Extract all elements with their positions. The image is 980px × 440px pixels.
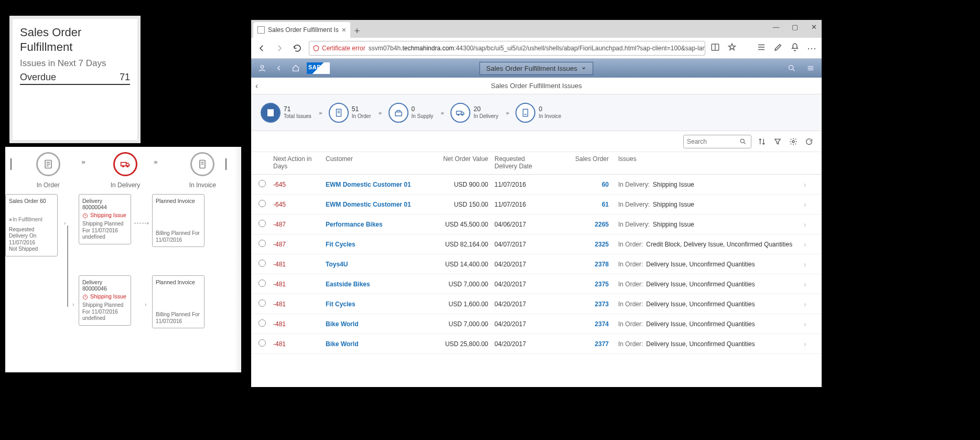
list-icon[interactable] bbox=[805, 62, 816, 74]
table-row[interactable]: -487Performance BikesUSD 45,500.0004/06/… bbox=[251, 214, 822, 234]
pf-in-delivery[interactable]: 20In Delivery bbox=[450, 103, 498, 123]
table-row[interactable]: -487Fit CyclesUSD 82,164.0004/07/2017232… bbox=[251, 234, 822, 254]
cell-date: 04/20/2017 bbox=[488, 281, 546, 288]
nav-refresh-button[interactable] bbox=[291, 42, 304, 55]
row-radio[interactable] bbox=[259, 240, 266, 247]
col-value[interactable]: Net Order Value bbox=[430, 155, 488, 170]
page-back-icon[interactable]: ‹ bbox=[255, 81, 258, 91]
row-radio[interactable] bbox=[259, 260, 266, 267]
row-radio[interactable] bbox=[259, 220, 266, 227]
row-nav-icon[interactable]: › bbox=[804, 180, 814, 189]
col-sales-order[interactable]: Sales Order bbox=[546, 155, 609, 170]
cell-customer[interactable]: Bike World bbox=[326, 320, 430, 328]
row-nav-icon[interactable]: › bbox=[804, 300, 814, 308]
cell-date: 04/20/2017 bbox=[488, 261, 546, 268]
cell-sales-order[interactable]: 2375 bbox=[546, 281, 609, 288]
lane-in-invoice[interactable]: In Invoice bbox=[175, 152, 231, 189]
url-text: ssvm07b4h.techmahindra.com:44300/sap/bc/… bbox=[369, 45, 705, 52]
col-date[interactable]: Requested Delivery Date bbox=[488, 155, 546, 170]
sort-icon[interactable] bbox=[757, 136, 767, 147]
favorite-icon[interactable] bbox=[727, 42, 737, 54]
table-row[interactable]: -645EWM Domestic Customer 01USD 150.0011… bbox=[251, 195, 822, 214]
settings-icon[interactable] bbox=[788, 136, 799, 147]
table-row[interactable]: -481Toys4UUSD 14,400.0004/20/20172378In … bbox=[251, 254, 822, 274]
new-tab-button[interactable]: + bbox=[350, 24, 364, 38]
col-issues[interactable]: Issues bbox=[609, 155, 804, 170]
tab-close-icon[interactable]: × bbox=[342, 26, 346, 34]
table-row[interactable]: -481Bike WorldUSD 25,800.0004/20/2017237… bbox=[251, 334, 822, 354]
lane-in-order[interactable]: In Order bbox=[20, 152, 76, 189]
table-row[interactable]: -481Fit CyclesUSD 1,600.0004/20/20172373… bbox=[251, 294, 822, 314]
window-close-icon[interactable]: ✕ bbox=[809, 23, 819, 31]
card-sales-order[interactable]: Sales Order 60 ›››In Fulfillment Request… bbox=[5, 194, 58, 256]
row-radio[interactable] bbox=[259, 319, 266, 327]
cell-customer[interactable]: Toys4U bbox=[326, 261, 430, 268]
cell-sales-order[interactable]: 2265 bbox=[546, 221, 609, 228]
kpi-tile[interactable]: Sales Order Fulfillment Issues in Next 7… bbox=[9, 16, 141, 143]
more-icon[interactable]: ⋯ bbox=[807, 42, 817, 54]
cell-sales-order[interactable]: 2378 bbox=[546, 261, 609, 268]
window-minimize-icon[interactable]: — bbox=[771, 23, 781, 31]
cell-customer[interactable]: Performance Bikes bbox=[326, 221, 430, 228]
row-radio[interactable] bbox=[259, 280, 266, 287]
window-maximize-icon[interactable]: ▢ bbox=[790, 23, 800, 31]
filter-icon[interactable] bbox=[772, 136, 783, 147]
cell-sales-order[interactable]: 61 bbox=[546, 201, 609, 208]
tile-subtitle: Issues in Next 7 Days bbox=[20, 58, 130, 69]
cell-customer[interactable]: Bike World bbox=[326, 340, 430, 348]
cell-sales-order[interactable]: 2374 bbox=[546, 320, 609, 328]
shell-back-icon[interactable] bbox=[273, 62, 285, 74]
search-icon[interactable] bbox=[786, 62, 798, 74]
row-nav-icon[interactable]: › bbox=[804, 320, 814, 328]
row-radio[interactable] bbox=[259, 200, 266, 207]
row-nav-icon[interactable]: › bbox=[804, 260, 814, 269]
cell-customer[interactable]: EWM Domestic Customer 01 bbox=[326, 201, 430, 208]
cell-date: 11/07/2016 bbox=[488, 201, 546, 208]
certificate-error[interactable]: Certificate error bbox=[313, 45, 365, 52]
card-invoice-2[interactable]: Planned Invoice Billing Planned For 11/0… bbox=[152, 275, 204, 328]
cell-value: USD 25,800.00 bbox=[430, 340, 488, 348]
nav-back-button[interactable] bbox=[255, 42, 268, 55]
cell-customer[interactable]: Eastside Bikes bbox=[326, 281, 430, 288]
row-nav-icon[interactable]: › bbox=[804, 200, 814, 209]
pf-total-issues[interactable]: 71Total Issues bbox=[261, 103, 311, 123]
pf-in-invoice[interactable]: 0In Invoice bbox=[515, 103, 561, 123]
cell-customer[interactable]: Fit Cycles bbox=[326, 241, 430, 248]
lane-in-delivery[interactable]: In Delivery bbox=[97, 152, 153, 189]
row-nav-icon[interactable]: › bbox=[804, 280, 814, 288]
pf-in-supply[interactable]: 0In Supply bbox=[389, 103, 434, 123]
notes-icon[interactable] bbox=[773, 42, 783, 54]
table-row[interactable]: -481Eastside BikesUSD 7,000.0004/20/2017… bbox=[251, 274, 822, 294]
row-radio[interactable] bbox=[259, 299, 266, 307]
row-nav-icon[interactable]: › bbox=[804, 240, 814, 249]
pf-in-order[interactable]: 51In Order bbox=[329, 103, 371, 123]
home-icon[interactable] bbox=[290, 62, 301, 74]
hub-icon[interactable] bbox=[757, 42, 766, 54]
cell-sales-order[interactable]: 2373 bbox=[546, 301, 609, 308]
row-nav-icon[interactable]: › bbox=[804, 220, 814, 229]
col-customer[interactable]: Customer bbox=[326, 155, 430, 170]
reading-view-icon[interactable] bbox=[710, 42, 720, 54]
col-days[interactable]: Next Action in Days bbox=[273, 155, 326, 170]
row-nav-icon[interactable]: › bbox=[804, 340, 814, 348]
browser-tab[interactable]: Sales Order Fulfillment Is × bbox=[253, 22, 350, 38]
url-field[interactable]: Certificate error ssvm07b4h.techmahindra… bbox=[309, 41, 705, 56]
refresh-icon[interactable] bbox=[804, 136, 814, 147]
card-invoice-1[interactable]: Planned Invoice Billing Planned For 11/0… bbox=[152, 194, 204, 247]
row-radio[interactable] bbox=[259, 180, 266, 187]
shell-app-dropdown[interactable]: Sales Order Fulfillment Issues bbox=[479, 62, 593, 75]
cell-sales-order[interactable]: 2377 bbox=[546, 340, 609, 348]
card-delivery-2[interactable]: Delivery80000046 Shipping Issue Shipping… bbox=[79, 275, 131, 326]
search-input[interactable] bbox=[683, 135, 751, 148]
table-row[interactable]: -645EWM Domestic Customer 01USD 900.0011… bbox=[251, 175, 822, 195]
user-icon[interactable] bbox=[256, 62, 268, 74]
card-delivery-1[interactable]: Delivery80000044 Shipping Issue Shipping… bbox=[79, 194, 131, 244]
table-row[interactable]: -481Bike WorldUSD 7,000.0004/20/20172374… bbox=[251, 314, 822, 334]
cell-sales-order[interactable]: 2325 bbox=[546, 241, 609, 248]
cell-customer[interactable]: EWM Domestic Customer 01 bbox=[326, 181, 430, 188]
notifications-icon[interactable] bbox=[790, 42, 800, 54]
nav-forward-button[interactable] bbox=[273, 42, 286, 55]
row-radio[interactable] bbox=[259, 339, 266, 347]
cell-sales-order[interactable]: 60 bbox=[546, 181, 609, 188]
cell-customer[interactable]: Fit Cycles bbox=[326, 301, 430, 308]
